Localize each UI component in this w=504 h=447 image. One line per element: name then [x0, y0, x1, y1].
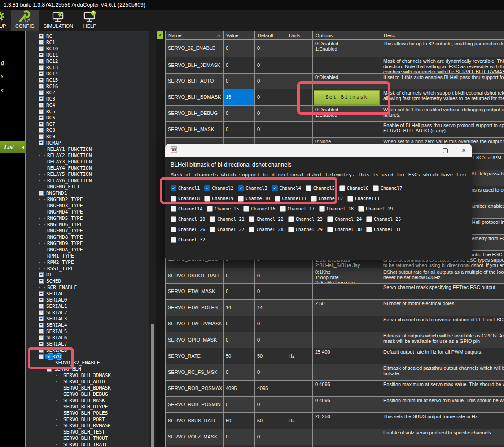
tree-item-rc12[interactable]: +RC12	[26, 58, 149, 64]
tree-item-serial2[interactable]: +SERIAL2	[26, 309, 149, 316]
param-value-cell[interactable]: 0	[224, 40, 255, 57]
tree-item-servo_blh_mask[interactable]: SERVO_BLH_MASK	[26, 397, 149, 403]
checkbox-channel-27[interactable]: Channel 27	[210, 227, 244, 232]
checkbox-channel-32[interactable]: Channel 32	[171, 237, 205, 243]
checkbox-unchecked-icon[interactable]	[373, 185, 379, 191]
sidebar-item-full-parameter-list[interactable]: List ◄	[0, 141, 26, 153]
checkbox-unchecked-icon[interactable]	[210, 216, 215, 222]
checkbox-unchecked-icon[interactable]	[249, 216, 254, 222]
checkbox-unchecked-icon[interactable]	[171, 196, 176, 202]
checkbox-channel14[interactable]: Channel14	[171, 206, 202, 212]
minimize-icon[interactable]: —	[424, 148, 429, 153]
checkbox-channel11[interactable]: Channel11	[275, 196, 307, 202]
collapse-icon[interactable]: −	[39, 354, 44, 359]
tree-item-relay1_function[interactable]: RELAY1_FUNCTION	[26, 146, 149, 152]
tree-item-serial8[interactable]: +SERIAL8	[26, 347, 149, 353]
checkbox-channel16[interactable]: Channel16	[243, 206, 275, 212]
param-value-cell[interactable]: 0	[224, 332, 255, 348]
tree-item-servo_blh[interactable]: −SERVO_BLH	[26, 366, 149, 372]
tree-item-servo_blh_trate[interactable]: SERVO_BLH_TRATE	[26, 441, 149, 447]
tree-scrollbar[interactable]	[149, 31, 156, 447]
tree-item-rc4[interactable]: +RC4	[26, 102, 149, 108]
tree-item-relay5_function[interactable]: RELAY5_FUNCTION	[26, 171, 149, 177]
param-value-cell[interactable]: 0	[224, 74, 255, 89]
tree-item-serial[interactable]: +SERIAL	[26, 290, 149, 297]
column-header-units[interactable]: Units	[286, 31, 313, 39]
checkbox-channel-24[interactable]: Channel 24	[327, 216, 362, 222]
checkbox-channel-20[interactable]: Channel 20	[171, 216, 205, 222]
checkbox-checked-icon[interactable]: ✓	[171, 185, 176, 191]
tree-item-serial5[interactable]: +SERIAL5	[26, 328, 149, 334]
param-value-cell[interactable]: 0	[224, 284, 255, 299]
checkbox-channel-19[interactable]: Channel 19	[358, 206, 393, 212]
tree-item-rc7[interactable]: +RC7	[26, 121, 149, 127]
tree-item-servo_blh_rvmask[interactable]: SERVO_BLH_RVMASK	[26, 422, 149, 429]
param-value-cell[interactable]: 0	[224, 397, 255, 412]
checkbox-unchecked-icon[interactable]	[275, 196, 280, 202]
param-value-cell[interactable]: 50	[224, 413, 255, 429]
param-value-cell[interactable]: 0	[224, 316, 255, 332]
checkbox-channel13[interactable]: Channel13	[347, 196, 379, 202]
param-value-cell[interactable]: 14	[224, 300, 255, 316]
checkbox-unchecked-icon[interactable]	[249, 227, 254, 232]
tree-item-servo[interactable]: −SERVO	[26, 353, 149, 359]
param-value-cell[interactable]: 15	[224, 89, 255, 105]
checkbox-channel4[interactable]: ✓Channel4	[272, 185, 301, 191]
tree-item-rngfnd1[interactable]: +RNGFND1	[26, 190, 149, 196]
checkbox-unchecked-icon[interactable]	[366, 216, 372, 222]
tree-item-serial6[interactable]: +SERIAL6	[26, 334, 149, 341]
param-value-cell[interactable]: 0	[224, 122, 255, 137]
checkbox-unchecked-icon[interactable]	[238, 196, 244, 202]
panel-splitter[interactable]: <	[156, 31, 165, 447]
checkbox-channel-31[interactable]: Channel 31	[366, 227, 401, 232]
tree-item-rc14[interactable]: +RC14	[26, 70, 149, 77]
tree-item-rngfnd7_type[interactable]: RNGFND7_TYPE	[26, 228, 149, 234]
checkbox-channel-26[interactable]: Channel 26	[171, 227, 205, 232]
checkbox-channel-28[interactable]: Channel 28	[249, 227, 283, 232]
tree-item-servo_blh_bdmask[interactable]: SERVO_BLH_BDMASK	[26, 385, 149, 391]
checkbox-checked-icon[interactable]: ✓	[238, 185, 244, 191]
tree-item-sched[interactable]: +SCHED	[26, 278, 149, 284]
checkbox-unchecked-icon[interactable]	[171, 216, 176, 222]
checkbox-unchecked-icon[interactable]	[243, 206, 249, 212]
tree-item-rc13[interactable]: +RC13	[26, 64, 149, 70]
tree-item-rtl[interactable]: +RTL	[26, 272, 149, 278]
tree-item-serial0[interactable]: +SERIAL0	[26, 297, 149, 303]
tree-item-servo_blh_port[interactable]: SERVO_BLH_PORT	[26, 416, 149, 422]
tree-item-servo_blh_test[interactable]: SERVO_BLH_TEST	[26, 429, 149, 435]
column-header-value[interactable]: Value	[224, 31, 255, 39]
tree-item-rc5[interactable]: +RC5	[26, 108, 149, 114]
checkbox-channel1[interactable]: ✓Channel1	[171, 185, 200, 191]
checkbox-unchecked-icon[interactable]	[171, 227, 176, 232]
checkbox-unchecked-icon[interactable]	[327, 216, 333, 222]
checkbox-checked-icon[interactable]: ✓	[272, 185, 278, 191]
checkbox-channel-18[interactable]: Channel 18	[319, 206, 354, 212]
tree-item-rc10[interactable]: +RC10	[26, 45, 149, 52]
tree-item-rngfnd9_type[interactable]: RNGFND9_TYPE	[26, 240, 149, 246]
checkbox-unchecked-icon[interactable]	[319, 206, 325, 212]
checkbox-unchecked-icon[interactable]	[347, 196, 353, 202]
collapse-panel-button[interactable]: <	[157, 31, 163, 39]
checkbox-unchecked-icon[interactable]	[171, 206, 176, 212]
toolbar-button-simulation[interactable]: SIMULATION	[39, 10, 78, 31]
tree-item-serial4[interactable]: +SERIAL4	[26, 322, 149, 328]
checkbox-channel-30[interactable]: Channel 30	[327, 227, 362, 232]
tree-item-servo_blh_auto[interactable]: SERVO_BLH_AUTO	[26, 378, 149, 385]
checkbox-unchecked-icon[interactable]	[171, 237, 176, 243]
checkbox-unchecked-icon[interactable]	[207, 206, 213, 212]
checkbox-unchecked-icon[interactable]	[366, 227, 372, 232]
tree-item-rc11[interactable]: +RC11	[26, 52, 149, 58]
column-header-default[interactable]: Default	[255, 31, 286, 39]
checkbox-channel-21[interactable]: Channel 21	[210, 216, 244, 222]
param-value-cell[interactable]: 0	[224, 429, 255, 445]
param-value-cell[interactable]: 50	[224, 348, 255, 364]
tree-item-rssi_type[interactable]: RSSI_TYPE	[26, 265, 149, 272]
checkbox-unchecked-icon[interactable]	[306, 185, 311, 191]
tree-item-rngfnd6_type[interactable]: RNGFND6_TYPE	[26, 221, 149, 228]
checkbox-channel6[interactable]: Channel6	[339, 185, 368, 191]
checkbox-checked-icon[interactable]: ✓	[204, 185, 210, 191]
checkbox-channel-17[interactable]: Channel 17	[280, 206, 315, 212]
tree-item-rngfnd2_type[interactable]: RNGFND2_TYPE	[26, 196, 149, 202]
tree-item-rngfnda_type[interactable]: RNGFNDA_TYPE	[26, 246, 149, 253]
checkbox-unchecked-icon[interactable]	[358, 206, 364, 212]
